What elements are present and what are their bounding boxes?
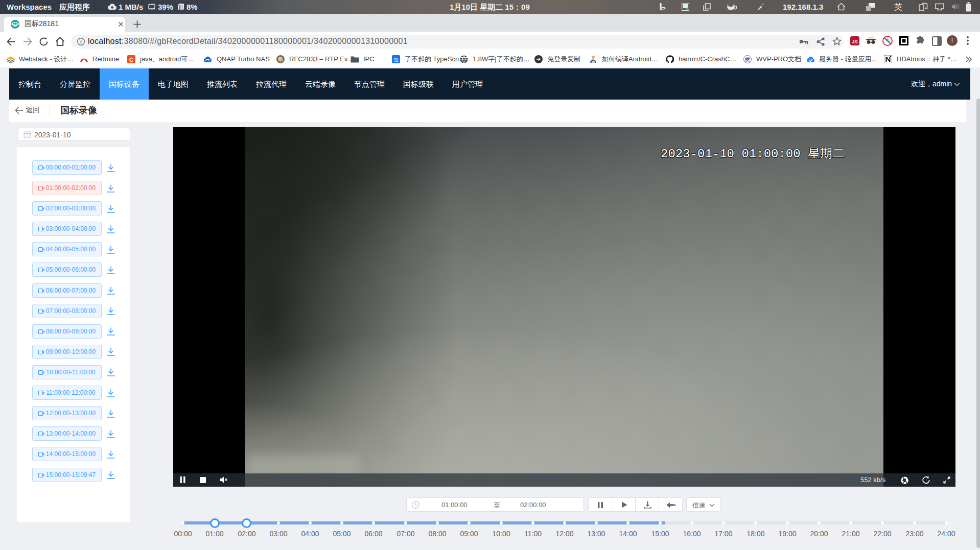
svg-text:C: C <box>129 57 133 63</box>
svg-text:JS: JS <box>852 39 858 44</box>
svg-text:WVP-PRO: WVP-PRO <box>744 61 751 63</box>
svg-text:知: 知 <box>393 57 399 63</box>
